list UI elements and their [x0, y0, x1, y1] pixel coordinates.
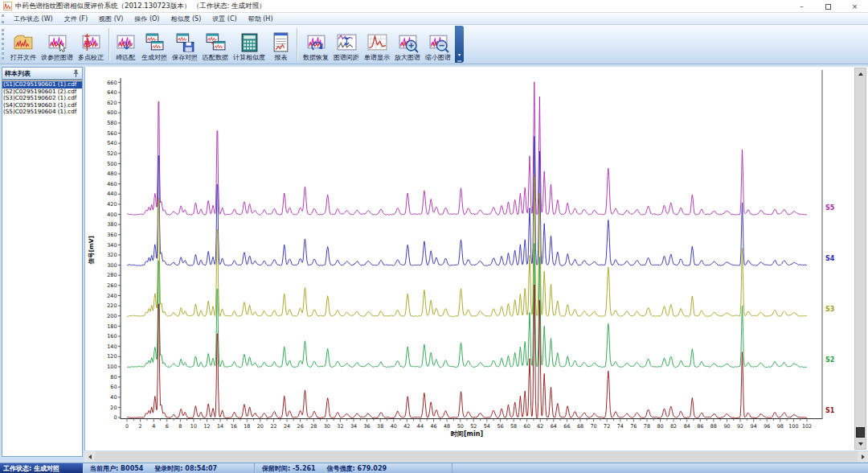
- toolbar-button-label: 多点校正: [78, 53, 104, 62]
- svg-text:40: 40: [110, 394, 117, 401]
- svg-text:8: 8: [178, 423, 182, 430]
- svg-text:240: 240: [107, 293, 117, 299]
- toolbar-drag-handle[interactable]: [2, 29, 6, 60]
- toolbar-button-label: 单谱显示: [364, 53, 390, 62]
- horizontal-scrollbar[interactable]: [84, 451, 868, 462]
- svg-text:90: 90: [723, 423, 730, 430]
- window-title: 中药色谱指纹图谱相似度评价系统（2012.130723版本） （工作状态: 生成…: [15, 2, 266, 11]
- svg-text:300: 300: [107, 262, 117, 269]
- multi-point-calibration-button[interactable]: 多点校正: [76, 26, 106, 63]
- svg-text:30: 30: [324, 423, 330, 430]
- svg-text:98: 98: [777, 423, 784, 430]
- horizontal-scrollbar-track[interactable]: [95, 451, 858, 462]
- toolbar-overflow-button[interactable]: ▾▁: [455, 26, 464, 63]
- vertical-scrollbar[interactable]: [854, 68, 866, 450]
- svg-text:580: 580: [107, 120, 117, 126]
- svg-text:68: 68: [577, 423, 583, 430]
- status-field: 保留时间: -5.261: [262, 464, 316, 473]
- open-file-button[interactable]: 打开文件: [8, 26, 39, 63]
- svg-text:40: 40: [391, 423, 397, 430]
- svg-text:380: 380: [107, 221, 117, 228]
- svg-text:70: 70: [591, 423, 597, 430]
- scroll-down-button[interactable]: [855, 438, 866, 449]
- toolbar-button-label: 设参照图谱: [41, 53, 73, 62]
- scroll-right-button[interactable]: [858, 451, 868, 462]
- svg-text:140: 140: [107, 343, 117, 350]
- menu-item-similarity[interactable]: 相似度 (S): [165, 14, 207, 24]
- svg-text:80: 80: [110, 374, 117, 380]
- svg-text:34: 34: [350, 423, 357, 430]
- trace-S5: [127, 82, 807, 215]
- status-field: 当前用户: B0054: [90, 464, 143, 473]
- svg-text:460: 460: [107, 181, 117, 187]
- series-label-S1: S1: [825, 407, 835, 414]
- series-label-S2: S2: [825, 356, 834, 364]
- sample-list-panel: 样本列表 (S1)C0295190601 (1).cdf(S2)C0295190…: [2, 67, 83, 457]
- zoom-out-spectrum-button[interactable]: 缩小图谱: [423, 26, 453, 63]
- svg-text:6: 6: [166, 423, 169, 430]
- toolbar-button-label: 保存对照: [172, 53, 198, 62]
- svg-text:78: 78: [644, 423, 650, 430]
- menu-item-settings[interactable]: 设置 (C): [207, 14, 242, 24]
- svg-text:20: 20: [110, 405, 117, 411]
- report-button[interactable]: 报表: [268, 26, 294, 63]
- toolbar-button-label: 缩小图谱: [425, 53, 451, 62]
- svg-text:84: 84: [684, 423, 690, 430]
- open-file-icon: [13, 31, 35, 53]
- svg-text:58: 58: [510, 423, 517, 430]
- menu-item-file[interactable]: 文件 (F): [59, 14, 93, 24]
- menubar-drag-handle[interactable]: [2, 14, 6, 23]
- toolbar: 打开文件设参照图谱多点校正峰匹配生成对照保存对照匹配数据计算相似度报表数据恢复图…: [0, 25, 868, 64]
- title-bar: 中药色谱指纹图谱相似度评价系统（2012.130723版本） （工作状态: 生成…: [0, 0, 868, 13]
- series-label-S5: S5: [825, 204, 835, 212]
- minimize-button[interactable]: –: [788, 0, 815, 13]
- calculate-similarity-button[interactable]: 计算相似度: [231, 26, 268, 63]
- svg-text:64: 64: [551, 423, 557, 430]
- svg-text:440: 440: [107, 191, 117, 197]
- chromatogram-chart[interactable]: 0204060801001201401601802002202402602803…: [85, 67, 850, 450]
- sample-list-item[interactable]: (S5)C0295190604 (1).cdf: [2, 109, 82, 116]
- maximize-button[interactable]: [815, 0, 841, 13]
- svg-text:560: 560: [107, 130, 117, 137]
- data-recovery-button[interactable]: 数据恢复: [301, 26, 331, 63]
- match-data-button[interactable]: 匹配数据: [200, 26, 231, 63]
- svg-text:260: 260: [107, 282, 117, 289]
- svg-text:660: 660: [107, 80, 117, 86]
- svg-text:44: 44: [417, 423, 424, 430]
- svg-text:280: 280: [107, 272, 117, 278]
- set-reference-spectrum-button[interactable]: 设参照图谱: [39, 26, 76, 63]
- svg-text:160: 160: [107, 333, 117, 339]
- vertical-scrollbar-thumb[interactable]: [856, 427, 865, 438]
- data-recovery-icon: [305, 31, 327, 53]
- toolbar-button-label: 打开文件: [10, 53, 36, 62]
- single-spectrum-display-button[interactable]: 单谱显示: [362, 26, 392, 63]
- scroll-left-button[interactable]: [84, 451, 95, 462]
- save-reference-button[interactable]: 保存对照: [170, 26, 200, 63]
- peak-match-button[interactable]: 峰匹配: [113, 26, 139, 63]
- menu-item-help[interactable]: 帮助 (H): [243, 14, 279, 24]
- close-button[interactable]: ×: [841, 0, 868, 13]
- toolbar-button-label: 放大图谱: [395, 53, 420, 62]
- sample-list-title: 样本列表: [5, 69, 31, 78]
- svg-text:4: 4: [152, 423, 155, 430]
- spectrum-spacing-button[interactable]: 图谱间距: [331, 26, 362, 63]
- svg-text:180: 180: [107, 323, 117, 330]
- svg-text:220: 220: [107, 302, 117, 309]
- generate-reference-button[interactable]: 生成对照: [139, 26, 170, 63]
- toolbar-button-label: 生成对照: [141, 53, 167, 62]
- menu-item-work-state[interactable]: 工作状态 (W): [8, 14, 59, 24]
- svg-text:22: 22: [270, 423, 276, 430]
- zoom-in-spectrum-button[interactable]: 放大图谱: [392, 26, 423, 63]
- sample-list: (S1)C0295190601 (1).cdf(S2)C0295190601 (…: [2, 80, 82, 455]
- trace-S1: [127, 285, 807, 418]
- menu-item-view[interactable]: 视图 (V): [93, 14, 129, 24]
- pushpin-icon[interactable]: [72, 69, 80, 78]
- menu-item-operation[interactable]: 操作 (O): [129, 14, 165, 24]
- svg-text:0: 0: [113, 414, 117, 421]
- svg-text:420: 420: [107, 201, 117, 208]
- match-data-icon: [205, 31, 227, 53]
- svg-text:100: 100: [107, 364, 117, 370]
- user-session-status: 当前用户: B0054登录时间: 08:54:07: [83, 463, 255, 473]
- svg-text:48: 48: [444, 423, 450, 430]
- scroll-up-button[interactable]: [855, 68, 866, 79]
